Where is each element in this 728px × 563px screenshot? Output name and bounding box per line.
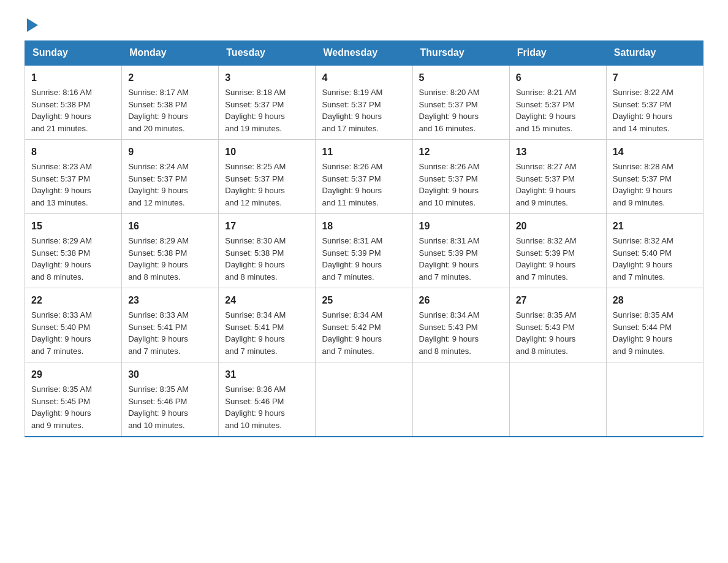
calendar-cell: 20Sunrise: 8:32 AMSunset: 5:39 PMDayligh… <box>509 214 606 288</box>
calendar-cell: 25Sunrise: 8:34 AMSunset: 5:42 PMDayligh… <box>316 288 412 362</box>
calendar-cell: 8Sunrise: 8:23 AMSunset: 5:37 PMDaylight… <box>25 140 122 214</box>
day-info: Sunrise: 8:32 AMSunset: 5:40 PMDaylight:… <box>613 236 673 282</box>
calendar-week-row: 22Sunrise: 8:33 AMSunset: 5:40 PMDayligh… <box>25 288 703 362</box>
day-number: 31 <box>225 367 309 382</box>
calendar-cell: 3Sunrise: 8:18 AMSunset: 5:37 PMDaylight… <box>219 65 316 140</box>
header-saturday: Saturday <box>606 41 703 66</box>
calendar-cell: 24Sunrise: 8:34 AMSunset: 5:41 PMDayligh… <box>219 288 316 362</box>
header-sunday: Sunday <box>25 41 122 66</box>
day-info: Sunrise: 8:22 AMSunset: 5:37 PMDaylight:… <box>613 88 673 133</box>
day-number: 22 <box>31 293 115 308</box>
day-number: 29 <box>31 367 115 382</box>
calendar-week-row: 29Sunrise: 8:35 AMSunset: 5:45 PMDayligh… <box>25 362 703 437</box>
day-number: 20 <box>516 219 600 234</box>
calendar-cell: 1Sunrise: 8:16 AMSunset: 5:38 PMDaylight… <box>25 65 122 140</box>
day-info: Sunrise: 8:20 AMSunset: 5:37 PMDaylight:… <box>419 88 480 133</box>
calendar-cell: 27Sunrise: 8:35 AMSunset: 5:43 PMDayligh… <box>509 288 606 362</box>
day-number: 26 <box>419 293 503 308</box>
day-info: Sunrise: 8:19 AMSunset: 5:37 PMDaylight:… <box>322 88 382 133</box>
header-monday: Monday <box>122 41 219 66</box>
svg-marker-0 <box>27 18 38 32</box>
day-info: Sunrise: 8:33 AMSunset: 5:41 PMDaylight:… <box>128 310 189 356</box>
calendar-cell: 9Sunrise: 8:24 AMSunset: 5:37 PMDaylight… <box>122 140 219 214</box>
calendar-cell: 31Sunrise: 8:36 AMSunset: 5:46 PMDayligh… <box>219 362 316 437</box>
day-number: 6 <box>516 71 600 85</box>
calendar-cell: 18Sunrise: 8:31 AMSunset: 5:39 PMDayligh… <box>316 214 412 288</box>
day-info: Sunrise: 8:27 AMSunset: 5:37 PMDaylight:… <box>516 162 577 207</box>
day-number: 3 <box>225 71 309 85</box>
calendar-cell <box>606 362 703 437</box>
day-info: Sunrise: 8:26 AMSunset: 5:37 PMDaylight:… <box>322 162 382 207</box>
day-info: Sunrise: 8:25 AMSunset: 5:37 PMDaylight:… <box>225 162 286 207</box>
day-number: 17 <box>225 219 309 234</box>
calendar-cell: 21Sunrise: 8:32 AMSunset: 5:40 PMDayligh… <box>606 214 703 288</box>
calendar-cell: 23Sunrise: 8:33 AMSunset: 5:41 PMDayligh… <box>122 288 219 362</box>
day-number: 30 <box>128 367 212 382</box>
day-number: 13 <box>516 145 600 159</box>
day-info: Sunrise: 8:34 AMSunset: 5:42 PMDaylight:… <box>322 310 382 356</box>
calendar-week-row: 8Sunrise: 8:23 AMSunset: 5:37 PMDaylight… <box>25 140 703 214</box>
day-number: 1 <box>31 71 115 85</box>
calendar-cell: 4Sunrise: 8:19 AMSunset: 5:37 PMDaylight… <box>316 65 412 140</box>
day-number: 27 <box>516 293 600 308</box>
day-number: 28 <box>613 293 697 308</box>
day-info: Sunrise: 8:31 AMSunset: 5:39 PMDaylight:… <box>419 236 480 282</box>
day-info: Sunrise: 8:16 AMSunset: 5:38 PMDaylight:… <box>31 88 92 133</box>
day-number: 12 <box>419 145 503 159</box>
day-info: Sunrise: 8:24 AMSunset: 5:37 PMDaylight:… <box>128 162 189 207</box>
page-header <box>25 18 703 34</box>
calendar-cell: 29Sunrise: 8:35 AMSunset: 5:45 PMDayligh… <box>25 362 122 437</box>
day-info: Sunrise: 8:23 AMSunset: 5:37 PMDaylight:… <box>31 162 92 207</box>
day-info: Sunrise: 8:35 AMSunset: 5:43 PMDaylight:… <box>516 310 577 356</box>
calendar-cell: 15Sunrise: 8:29 AMSunset: 5:38 PMDayligh… <box>25 214 122 288</box>
calendar-cell: 26Sunrise: 8:34 AMSunset: 5:43 PMDayligh… <box>412 288 509 362</box>
day-number: 19 <box>419 219 503 234</box>
day-info: Sunrise: 8:29 AMSunset: 5:38 PMDaylight:… <box>128 236 189 282</box>
day-number: 16 <box>128 219 212 234</box>
logo <box>25 18 38 34</box>
day-number: 23 <box>128 293 212 308</box>
calendar-header-row: SundayMondayTuesdayWednesdayThursdayFrid… <box>25 41 703 66</box>
day-info: Sunrise: 8:35 AMSunset: 5:44 PMDaylight:… <box>613 310 673 356</box>
logo-triangle-icon <box>27 18 38 32</box>
calendar-cell: 2Sunrise: 8:17 AMSunset: 5:38 PMDaylight… <box>122 65 219 140</box>
day-info: Sunrise: 8:21 AMSunset: 5:37 PMDaylight:… <box>516 88 577 133</box>
day-info: Sunrise: 8:26 AMSunset: 5:37 PMDaylight:… <box>419 162 480 207</box>
day-number: 21 <box>613 219 697 234</box>
day-info: Sunrise: 8:35 AMSunset: 5:46 PMDaylight:… <box>128 385 189 430</box>
calendar-cell <box>509 362 606 437</box>
day-number: 5 <box>419 71 503 85</box>
day-info: Sunrise: 8:31 AMSunset: 5:39 PMDaylight:… <box>322 236 382 282</box>
calendar-cell <box>316 362 412 437</box>
calendar-cell: 16Sunrise: 8:29 AMSunset: 5:38 PMDayligh… <box>122 214 219 288</box>
calendar-cell: 5Sunrise: 8:20 AMSunset: 5:37 PMDaylight… <box>412 65 509 140</box>
day-number: 18 <box>322 219 406 234</box>
header-wednesday: Wednesday <box>316 41 412 66</box>
day-number: 8 <box>31 145 115 159</box>
header-friday: Friday <box>509 41 606 66</box>
day-info: Sunrise: 8:29 AMSunset: 5:38 PMDaylight:… <box>31 236 92 282</box>
calendar-cell: 12Sunrise: 8:26 AMSunset: 5:37 PMDayligh… <box>412 140 509 214</box>
calendar-cell: 10Sunrise: 8:25 AMSunset: 5:37 PMDayligh… <box>219 140 316 214</box>
day-info: Sunrise: 8:34 AMSunset: 5:41 PMDaylight:… <box>225 310 286 356</box>
day-info: Sunrise: 8:28 AMSunset: 5:37 PMDaylight:… <box>613 162 673 207</box>
day-number: 9 <box>128 145 212 159</box>
calendar-table: SundayMondayTuesdayWednesdayThursdayFrid… <box>25 40 703 437</box>
day-number: 25 <box>322 293 406 308</box>
day-info: Sunrise: 8:32 AMSunset: 5:39 PMDaylight:… <box>516 236 577 282</box>
calendar-week-row: 15Sunrise: 8:29 AMSunset: 5:38 PMDayligh… <box>25 214 703 288</box>
day-number: 2 <box>128 71 212 85</box>
calendar-cell: 13Sunrise: 8:27 AMSunset: 5:37 PMDayligh… <box>509 140 606 214</box>
day-number: 24 <box>225 293 309 308</box>
calendar-week-row: 1Sunrise: 8:16 AMSunset: 5:38 PMDaylight… <box>25 65 703 140</box>
day-info: Sunrise: 8:35 AMSunset: 5:45 PMDaylight:… <box>31 385 92 430</box>
day-number: 4 <box>322 71 406 85</box>
day-number: 11 <box>322 145 406 159</box>
calendar-cell: 28Sunrise: 8:35 AMSunset: 5:44 PMDayligh… <box>606 288 703 362</box>
header-thursday: Thursday <box>412 41 509 66</box>
day-number: 14 <box>613 145 697 159</box>
day-info: Sunrise: 8:18 AMSunset: 5:37 PMDaylight:… <box>225 88 286 133</box>
day-info: Sunrise: 8:30 AMSunset: 5:38 PMDaylight:… <box>225 236 286 282</box>
calendar-cell: 30Sunrise: 8:35 AMSunset: 5:46 PMDayligh… <box>122 362 219 437</box>
calendar-cell: 17Sunrise: 8:30 AMSunset: 5:38 PMDayligh… <box>219 214 316 288</box>
